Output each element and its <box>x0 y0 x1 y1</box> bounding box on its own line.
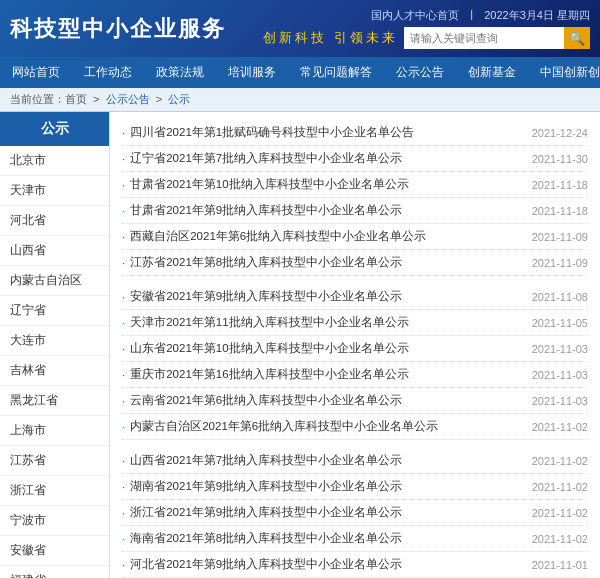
news-title[interactable]: 海南省2021年第8批纳入库科技型中小企业名单公示 <box>130 531 524 546</box>
sidebar-item-anhui[interactable]: 安徽省 <box>0 536 109 566</box>
sidebar-item-shanghai[interactable]: 上海市 <box>0 416 109 446</box>
bullet-icon: · <box>122 127 125 139</box>
divider <box>122 440 588 448</box>
news-date: 2021-11-01 <box>532 559 588 571</box>
sidebar-item-ningbo[interactable]: 宁波市 <box>0 506 109 536</box>
bullet-icon: · <box>122 455 125 467</box>
list-item: · 浙江省2021年第9批纳入库科技型中小企业名单公示 2021-11-02 <box>122 500 588 526</box>
nav-item-faq[interactable]: 常见问题解答 <box>288 57 384 88</box>
news-date: 2021-11-02 <box>532 481 588 493</box>
news-date: 2021-11-08 <box>532 291 588 303</box>
sidebar-item-fujian[interactable]: 福建省 <box>0 566 109 578</box>
list-item: · 江苏省2021年第8批纳入库科技型中小企业名单公示 2021-11-09 <box>122 250 588 276</box>
list-item: · 甘肃省2021年第10批纳入库科技型中小企业名单公示 2021-11-18 <box>122 172 588 198</box>
sidebar-item-hebei[interactable]: 河北省 <box>0 206 109 236</box>
search-bar: 🔍 <box>404 27 590 49</box>
bullet-icon: · <box>122 291 125 303</box>
bullet-icon: · <box>122 395 125 407</box>
news-date: 2021-11-03 <box>532 395 588 407</box>
news-title[interactable]: 江苏省2021年第8批纳入库科技型中小企业名单公示 <box>130 255 524 270</box>
news-title[interactable]: 内蒙古自治区2021年第6批纳入库科技型中小企业名单公示 <box>130 419 524 434</box>
sidebar-item-beijing[interactable]: 北京市 <box>0 146 109 176</box>
search-button[interactable]: 🔍 <box>564 27 590 49</box>
news-title[interactable]: 河北省2021年第9批纳入库科技型中小企业名单公示 <box>130 557 524 572</box>
list-item: · 云南省2021年第6批纳入库科技型中小企业名单公示 2021-11-03 <box>122 388 588 414</box>
news-title[interactable]: 山西省2021年第7批纳入库科技型中小企业名单公示 <box>130 453 524 468</box>
breadcrumb-home: 当前位置：首页 <box>10 93 87 105</box>
date-label: 2022年3月4日 星期四 <box>484 8 590 23</box>
list-item: · 甘肃省2021年第9批纳入库科技型中小企业名单公示 2021-11-18 <box>122 198 588 224</box>
news-date: 2021-11-09 <box>532 257 588 269</box>
header-right: 国内人才中心首页 | 2022年3月4日 星期四 创新科技 引领未来 🔍 <box>263 8 590 49</box>
bullet-icon: · <box>122 179 125 191</box>
sidebar-header: 公示 <box>0 112 109 146</box>
news-title[interactable]: 天津市2021年第11批纳入库科技型中小企业名单公示 <box>130 315 524 330</box>
news-title[interactable]: 西藏自治区2021年第6批纳入库科技型中小企业名单公示 <box>130 229 524 244</box>
breadcrumb: 当前位置：首页 > 公示公告 > 公示 <box>0 88 600 112</box>
sidebar-item-zhejiang[interactable]: 浙江省 <box>0 476 109 506</box>
news-title[interactable]: 四川省2021年第1批赋码确号科技型中小企业名单公告 <box>130 125 524 140</box>
sidebar: 公示 北京市 天津市 河北省 山西省 内蒙古自治区 辽宁省 大连市 吉林省 黑龙… <box>0 112 110 578</box>
slogan: 创新科技 引领未来 <box>263 29 398 47</box>
news-title[interactable]: 安徽省2021年第9批纳入库科技型中小企业名单公示 <box>130 289 524 304</box>
news-title[interactable]: 湖南省2021年第9批纳入库科技型中小企业名单公示 <box>130 479 524 494</box>
search-input[interactable] <box>404 27 564 49</box>
nav-item-news[interactable]: 工作动态 <box>72 57 144 88</box>
sidebar-item-neimenggu[interactable]: 内蒙古自治区 <box>0 266 109 296</box>
nav-item-announcement[interactable]: 公示公告 <box>384 57 456 88</box>
nav-item-home[interactable]: 网站首页 <box>0 57 72 88</box>
news-date: 2021-11-05 <box>532 317 588 329</box>
sidebar-item-dalian[interactable]: 大连市 <box>0 326 109 356</box>
news-title[interactable]: 浙江省2021年第9批纳入库科技型中小企业名单公示 <box>130 505 524 520</box>
news-title[interactable]: 甘肃省2021年第10批纳入库科技型中小企业名单公示 <box>130 177 524 192</box>
nav-item-policy[interactable]: 政策法规 <box>144 57 216 88</box>
bullet-icon: · <box>122 421 125 433</box>
main: 公示 北京市 天津市 河北省 山西省 内蒙古自治区 辽宁省 大连市 吉林省 黑龙… <box>0 112 600 578</box>
bullet-icon: · <box>122 533 125 545</box>
header-links: 国内人才中心首页 | 2022年3月4日 星期四 <box>371 8 590 23</box>
bullet-icon: · <box>122 481 125 493</box>
news-title[interactable]: 山东省2021年第10批纳入库科技型中小企业名单公示 <box>130 341 524 356</box>
sidebar-item-liaoning[interactable]: 辽宁省 <box>0 296 109 326</box>
bullet-icon: · <box>122 343 125 355</box>
news-date: 2021-11-18 <box>532 205 588 217</box>
home-link[interactable]: 国内人才中心首页 <box>371 8 459 23</box>
sidebar-item-jiangsu[interactable]: 江苏省 <box>0 446 109 476</box>
sidebar-item-tianjin[interactable]: 天津市 <box>0 176 109 206</box>
news-title[interactable]: 云南省2021年第6批纳入库科技型中小企业名单公示 <box>130 393 524 408</box>
list-item: · 内蒙古自治区2021年第6批纳入库科技型中小企业名单公示 2021-11-0… <box>122 414 588 440</box>
list-item: · 河北省2021年第9批纳入库科技型中小企业名单公示 2021-11-01 <box>122 552 588 578</box>
list-item: · 湖南省2021年第9批纳入库科技型中小企业名单公示 2021-11-02 <box>122 474 588 500</box>
bullet-icon: · <box>122 369 125 381</box>
bullet-icon: · <box>122 507 125 519</box>
bullet-icon: · <box>122 559 125 571</box>
breadcrumb-current[interactable]: 公示 <box>168 93 190 105</box>
news-date: 2021-11-03 <box>532 369 588 381</box>
bullet-icon: · <box>122 317 125 329</box>
nav-item-training[interactable]: 培训服务 <box>216 57 288 88</box>
bullet-icon: · <box>122 153 125 165</box>
nav-item-fund[interactable]: 创新基金 <box>456 57 528 88</box>
nav: 网站首页 工作动态 政策法规 培训服务 常见问题解答 公示公告 创新基金 中国创… <box>0 57 600 88</box>
list-item: · 天津市2021年第11批纳入库科技型中小企业名单公示 2021-11-05 <box>122 310 588 336</box>
sidebar-item-heilongjiang[interactable]: 黑龙江省 <box>0 386 109 416</box>
content: · 四川省2021年第1批赋码确号科技型中小企业名单公告 2021-12-24 … <box>110 112 600 578</box>
news-date: 2021-11-30 <box>532 153 588 165</box>
list-item: · 安徽省2021年第9批纳入库科技型中小企业名单公示 2021-11-08 <box>122 284 588 310</box>
list-item: · 西藏自治区2021年第6批纳入库科技型中小企业名单公示 2021-11-09 <box>122 224 588 250</box>
nav-item-competition[interactable]: 中国创新创业大赛 <box>528 57 600 88</box>
news-title[interactable]: 重庆市2021年第16批纳入库科技型中小企业名单公示 <box>130 367 524 382</box>
list-item: · 辽宁省2021年第7批纳入库科技型中小企业名单公示 2021-11-30 <box>122 146 588 172</box>
list-item: · 海南省2021年第8批纳入库科技型中小企业名单公示 2021-11-02 <box>122 526 588 552</box>
divider <box>122 276 588 284</box>
news-list: · 四川省2021年第1批赋码确号科技型中小企业名单公告 2021-12-24 … <box>122 120 588 578</box>
breadcrumb-announcement[interactable]: 公示公告 <box>106 93 150 105</box>
news-title[interactable]: 辽宁省2021年第7批纳入库科技型中小企业名单公示 <box>130 151 524 166</box>
news-title[interactable]: 甘肃省2021年第9批纳入库科技型中小企业名单公示 <box>130 203 524 218</box>
header-title: 科技型中小企业服务 <box>10 14 226 44</box>
sidebar-item-jilin[interactable]: 吉林省 <box>0 356 109 386</box>
news-date: 2021-12-24 <box>532 127 588 139</box>
bullet-icon: · <box>122 231 125 243</box>
sidebar-item-shanxi[interactable]: 山西省 <box>0 236 109 266</box>
news-date: 2021-11-18 <box>532 179 588 191</box>
